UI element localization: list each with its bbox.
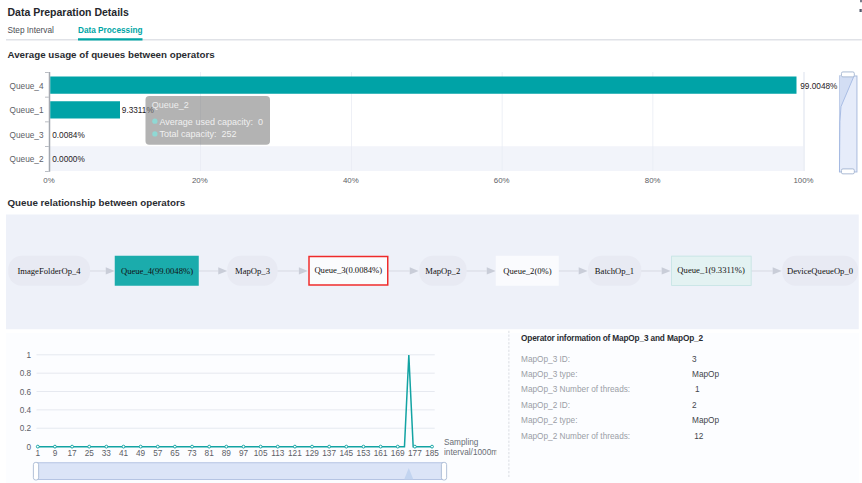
svg-text:1: 1 [27, 351, 32, 360]
svg-text:0: 0 [27, 443, 32, 452]
svg-text:0.4: 0.4 [20, 406, 32, 415]
svg-text:0.8: 0.8 [20, 369, 32, 378]
svg-text:0.2: 0.2 [20, 424, 32, 433]
svg-text:0.6: 0.6 [20, 388, 32, 397]
